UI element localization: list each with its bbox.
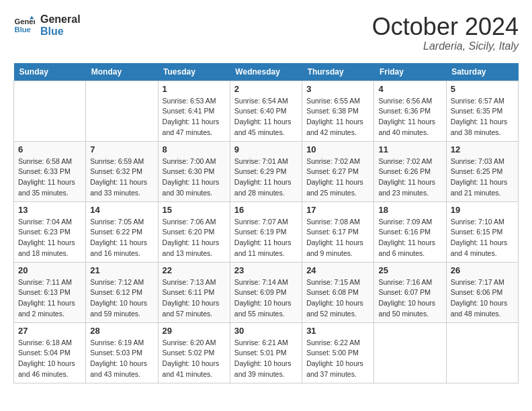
calendar-cell: 9Sunrise: 7:01 AMSunset: 6:29 PMDaylight… [230,141,302,201]
day-info: Sunrise: 7:12 AMSunset: 6:12 PMDaylight:… [90,277,153,320]
day-number: 16 [234,205,298,215]
day-info: Sunrise: 7:13 AMSunset: 6:11 PMDaylight:… [163,277,226,320]
day-info: Sunrise: 6:53 AMSunset: 6:41 PMDaylight:… [163,96,226,138]
day-number: 29 [163,326,226,336]
calendar-cell: 24Sunrise: 7:15 AMSunset: 6:08 PMDayligh… [302,262,374,322]
day-info: Sunrise: 6:20 AMSunset: 5:02 PMDaylight:… [163,338,226,380]
weekday-header-wednesday: Wednesday [230,63,302,81]
day-info: Sunrise: 7:06 AMSunset: 6:20 PMDaylight:… [163,217,226,259]
day-number: 19 [451,205,514,215]
calendar-table: SundayMondayTuesdayWednesdayThursdayFrid… [13,63,519,383]
week-row-1: 1Sunrise: 6:53 AMSunset: 6:41 PMDaylight… [14,81,519,141]
day-number: 12 [451,144,514,154]
calendar-cell: 25Sunrise: 7:16 AMSunset: 6:07 PMDayligh… [374,262,446,322]
calendar-cell: 17Sunrise: 7:08 AMSunset: 6:17 PMDayligh… [302,201,374,262]
week-row-3: 13Sunrise: 7:04 AMSunset: 6:23 PMDayligh… [14,201,519,262]
day-number: 6 [18,144,81,154]
calendar-cell: 15Sunrise: 7:06 AMSunset: 6:20 PMDayligh… [158,201,230,262]
day-info: Sunrise: 7:00 AMSunset: 6:30 PMDaylight:… [163,156,226,199]
logo-general: General [40,13,81,26]
day-number: 7 [90,144,153,154]
day-info: Sunrise: 7:09 AMSunset: 6:16 PMDaylight:… [378,217,441,259]
calendar-cell: 1Sunrise: 6:53 AMSunset: 6:41 PMDaylight… [158,81,230,141]
calendar-cell: 29Sunrise: 6:20 AMSunset: 5:02 PMDayligh… [158,322,230,383]
day-number: 25 [378,265,441,275]
calendar-cell: 19Sunrise: 7:10 AMSunset: 6:15 PMDayligh… [446,201,518,262]
week-row-4: 20Sunrise: 7:11 AMSunset: 6:13 PMDayligh… [14,262,519,322]
calendar-cell [14,81,86,141]
day-info: Sunrise: 7:10 AMSunset: 6:15 PMDaylight:… [451,217,514,259]
weekday-header-thursday: Thursday [302,63,374,81]
day-info: Sunrise: 7:08 AMSunset: 6:17 PMDaylight:… [306,217,369,259]
logo-blue: Blue [40,26,81,38]
calendar-cell: 5Sunrise: 6:57 AMSunset: 6:35 PMDaylight… [446,81,518,141]
day-number: 28 [90,326,153,336]
day-number: 17 [306,205,369,215]
page-header: General Blue General Blue October 2024 L… [13,13,519,52]
logo-icon: General Blue [13,15,35,36]
day-info: Sunrise: 7:01 AMSunset: 6:29 PMDaylight:… [234,156,298,199]
day-number: 3 [306,84,369,94]
location: Larderia, Sicily, Italy [372,40,519,52]
day-number: 8 [163,144,226,154]
day-number: 22 [163,265,226,275]
day-number: 20 [18,265,81,275]
weekday-header-row: SundayMondayTuesdayWednesdayThursdayFrid… [14,63,519,81]
calendar-cell: 21Sunrise: 7:12 AMSunset: 6:12 PMDayligh… [86,262,158,322]
day-number: 5 [451,84,514,94]
day-info: Sunrise: 7:07 AMSunset: 6:19 PMDaylight:… [234,217,298,259]
day-info: Sunrise: 7:03 AMSunset: 6:25 PMDaylight:… [451,156,514,199]
day-number: 2 [234,84,298,94]
calendar-cell: 13Sunrise: 7:04 AMSunset: 6:23 PMDayligh… [14,201,86,262]
day-number: 18 [378,205,441,215]
weekday-header-sunday: Sunday [14,63,86,81]
day-number: 15 [163,205,226,215]
weekday-header-monday: Monday [86,63,158,81]
day-info: Sunrise: 6:56 AMSunset: 6:36 PMDaylight:… [378,96,441,138]
day-info: Sunrise: 6:21 AMSunset: 5:01 PMDaylight:… [234,338,298,380]
day-number: 26 [451,265,514,275]
calendar-cell: 2Sunrise: 6:54 AMSunset: 6:40 PMDaylight… [230,81,302,141]
week-row-2: 6Sunrise: 6:58 AMSunset: 6:33 PMDaylight… [14,141,519,201]
weekday-header-friday: Friday [374,63,446,81]
day-info: Sunrise: 6:22 AMSunset: 5:00 PMDaylight:… [306,338,369,380]
weekday-header-saturday: Saturday [446,63,518,81]
day-number: 13 [18,205,81,215]
day-info: Sunrise: 6:59 AMSunset: 6:32 PMDaylight:… [90,156,153,199]
day-info: Sunrise: 7:05 AMSunset: 6:22 PMDaylight:… [90,217,153,259]
day-info: Sunrise: 6:18 AMSunset: 5:04 PMDaylight:… [18,338,81,380]
day-number: 31 [306,326,369,336]
day-number: 23 [234,265,298,275]
calendar-cell: 8Sunrise: 7:00 AMSunset: 6:30 PMDaylight… [158,141,230,201]
calendar-cell: 3Sunrise: 6:55 AMSunset: 6:38 PMDaylight… [302,81,374,141]
logo: General Blue General Blue [13,13,81,38]
calendar-cell: 27Sunrise: 6:18 AMSunset: 5:04 PMDayligh… [14,322,86,383]
day-info: Sunrise: 7:16 AMSunset: 6:07 PMDaylight:… [378,277,441,320]
calendar-cell: 22Sunrise: 7:13 AMSunset: 6:11 PMDayligh… [158,262,230,322]
day-info: Sunrise: 6:55 AMSunset: 6:38 PMDaylight:… [306,96,369,138]
calendar-cell: 31Sunrise: 6:22 AMSunset: 5:00 PMDayligh… [302,322,374,383]
calendar-cell [446,322,518,383]
day-info: Sunrise: 6:58 AMSunset: 6:33 PMDaylight:… [18,156,81,199]
calendar-cell: 12Sunrise: 7:03 AMSunset: 6:25 PMDayligh… [446,141,518,201]
calendar-cell: 23Sunrise: 7:14 AMSunset: 6:09 PMDayligh… [230,262,302,322]
day-number: 14 [90,205,153,215]
day-info: Sunrise: 6:19 AMSunset: 5:03 PMDaylight:… [90,338,153,380]
day-number: 21 [90,265,153,275]
day-info: Sunrise: 7:04 AMSunset: 6:23 PMDaylight:… [18,217,81,259]
week-row-5: 27Sunrise: 6:18 AMSunset: 5:04 PMDayligh… [14,322,519,383]
calendar-cell: 6Sunrise: 6:58 AMSunset: 6:33 PMDaylight… [14,141,86,201]
calendar-cell: 10Sunrise: 7:02 AMSunset: 6:27 PMDayligh… [302,141,374,201]
day-info: Sunrise: 7:11 AMSunset: 6:13 PMDaylight:… [18,277,81,320]
day-info: Sunrise: 7:17 AMSunset: 6:06 PMDaylight:… [451,277,514,320]
day-number: 9 [234,144,298,154]
day-info: Sunrise: 7:02 AMSunset: 6:27 PMDaylight:… [306,156,369,199]
day-info: Sunrise: 6:54 AMSunset: 6:40 PMDaylight:… [234,96,298,138]
day-number: 10 [306,144,369,154]
calendar-cell [86,81,158,141]
day-number: 1 [163,84,226,94]
day-number: 11 [378,144,441,154]
calendar-cell: 20Sunrise: 7:11 AMSunset: 6:13 PMDayligh… [14,262,86,322]
day-number: 27 [18,326,81,336]
calendar-cell [374,322,446,383]
